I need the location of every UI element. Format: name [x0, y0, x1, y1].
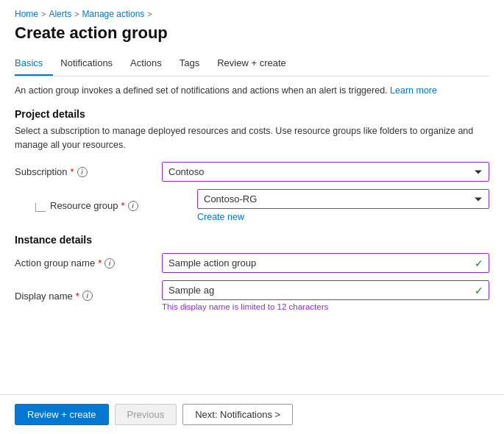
display-name-info-icon[interactable]: i: [82, 291, 93, 301]
display-name-label-text: Display name: [15, 291, 73, 302]
subscription-info-icon[interactable]: i: [77, 167, 88, 177]
display-name-control: ✓ This display name is limited to 12 cha…: [162, 280, 489, 311]
info-banner-text: An action group invokes a defined set of…: [15, 85, 388, 96]
action-group-name-input[interactable]: [162, 253, 489, 273]
page-title: Create action group: [15, 24, 489, 43]
action-group-name-control: ✓: [162, 253, 489, 273]
main-content: Home > Alerts > Manage actions > Create …: [0, 0, 504, 394]
subscription-required: *: [71, 166, 74, 177]
instance-details-header: Instance details: [15, 234, 489, 246]
resource-group-select-wrapper: Contoso-RG: [197, 189, 489, 209]
action-group-name-input-wrapper: ✓: [162, 253, 489, 273]
resource-group-label: Resource group * i: [50, 200, 197, 211]
indent-connector: [35, 203, 46, 212]
display-name-input-wrapper: ✓: [162, 280, 489, 300]
tab-notifications[interactable]: Notifications: [60, 53, 123, 76]
learn-more-link[interactable]: Learn more: [390, 85, 437, 96]
info-banner: An action group invokes a defined set of…: [15, 84, 489, 98]
resource-group-required: *: [121, 200, 125, 211]
next-notifications-button[interactable]: Next: Notifications >: [182, 404, 293, 425]
tab-review-create[interactable]: Review + create: [217, 53, 297, 76]
page-container: Home > Alerts > Manage actions > Create …: [0, 0, 504, 434]
action-group-name-check-icon: ✓: [475, 257, 483, 269]
breadcrumb-sep-1: >: [41, 10, 46, 18]
footer: Review + create Previous Next: Notificat…: [0, 395, 504, 434]
previous-button[interactable]: Previous: [115, 404, 177, 425]
display-name-check-icon: ✓: [475, 285, 483, 296]
tab-basics[interactable]: Basics: [15, 53, 53, 76]
resource-group-control: Contoso-RG Create new: [197, 189, 489, 222]
subscription-control: Contoso: [162, 162, 489, 182]
review-create-button[interactable]: Review + create: [15, 404, 109, 425]
tab-actions[interactable]: Actions: [130, 53, 172, 76]
subscription-row: Subscription * i Contoso: [15, 162, 489, 182]
tabs-bar: Basics Notifications Actions Tags Review…: [15, 53, 489, 77]
subscription-label: Subscription * i: [15, 166, 162, 177]
subscription-label-text: Subscription: [15, 166, 68, 177]
action-group-name-row: Action group name * i ✓: [15, 253, 489, 273]
resource-group-row: Resource group * i Contoso-RG Create new: [35, 189, 489, 222]
subscription-select-wrapper: Contoso: [162, 162, 489, 182]
breadcrumb: Home > Alerts > Manage actions >: [15, 9, 489, 19]
display-name-row: Display name * i ✓ This display name is …: [15, 280, 489, 311]
breadcrumb-alerts[interactable]: Alerts: [49, 9, 71, 19]
breadcrumb-manage-actions[interactable]: Manage actions: [82, 9, 145, 19]
action-group-name-info-icon[interactable]: i: [104, 258, 115, 268]
action-group-name-label: Action group name * i: [15, 257, 162, 268]
breadcrumb-sep-2: >: [74, 10, 79, 18]
tab-tags[interactable]: Tags: [180, 53, 210, 76]
display-name-label: Display name * i: [15, 291, 162, 302]
project-details-header: Project details: [15, 108, 489, 120]
display-name-required: *: [76, 291, 79, 302]
breadcrumb-sep-3: >: [147, 10, 152, 18]
display-name-input[interactable]: [162, 280, 489, 300]
display-name-hint: This display name is limited to 12 chara…: [162, 302, 489, 311]
create-new-link[interactable]: Create new: [197, 212, 244, 222]
project-details-desc: Select a subscription to manage deployed…: [15, 124, 489, 152]
resource-group-label-text: Resource group: [50, 200, 118, 211]
resource-group-select[interactable]: Contoso-RG: [197, 189, 489, 209]
resource-group-info-icon[interactable]: i: [128, 201, 138, 211]
action-group-name-required: *: [98, 257, 102, 268]
action-group-name-label-text: Action group name: [15, 257, 95, 268]
breadcrumb-home[interactable]: Home: [15, 9, 38, 19]
subscription-select[interactable]: Contoso: [162, 162, 489, 182]
